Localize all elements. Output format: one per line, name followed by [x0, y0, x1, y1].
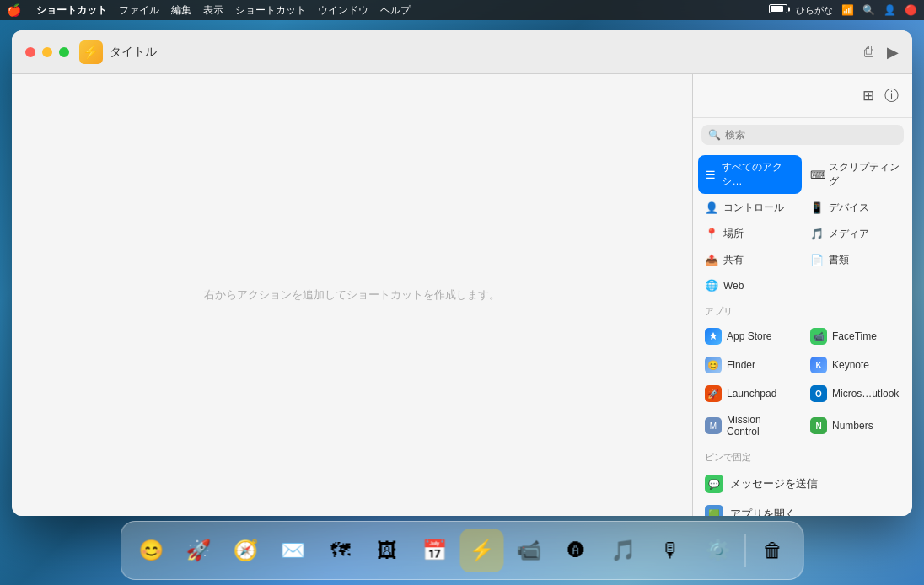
menubar-view[interactable]: 表示 [203, 3, 223, 18]
menubar-wifi-icon[interactable]: 📶 [841, 4, 854, 16]
dock-launchpad[interactable]: 🚀 [177, 529, 221, 572]
media-icon: 🎵 [810, 228, 824, 240]
numbers-label: Numbers [832, 420, 873, 432]
category-location[interactable]: 📍 場所 [698, 222, 802, 246]
run-button[interactable]: ▶ [887, 43, 899, 62]
app-finder[interactable]: 😊 Finder [698, 352, 802, 378]
dock-appstore[interactable]: 🅐 [555, 529, 599, 572]
menubar-app-name[interactable]: ショートカット [36, 3, 107, 18]
location-icon: 📍 [705, 228, 718, 240]
apps-section-label: アプリ [693, 300, 912, 319]
close-button[interactable] [25, 47, 35, 57]
app-microsoft-outlook[interactable]: O Micros…utlook [803, 380, 907, 407]
menubar-help[interactable]: ヘルプ [380, 3, 411, 18]
menubar-file[interactable]: ファイル [119, 3, 159, 18]
app-appstore[interactable]: App Store [698, 323, 802, 350]
minimize-button[interactable] [42, 47, 52, 57]
editor-area[interactable]: 右からアクションを追加してショートカットを作成します。 [12, 74, 692, 516]
menubar-shortcut[interactable]: ショートカット [235, 3, 306, 18]
facetime-icon: 📹 [810, 328, 827, 345]
dock-calendar[interactable]: 📅 [413, 529, 457, 572]
panel-scroll[interactable]: ☰ すべてのアクシ… ⌨ スクリプティング 👤 コントロール 📱 デバイス [693, 152, 912, 516]
menubar-focus-icon[interactable]: 🔴 [905, 4, 917, 16]
category-share[interactable]: 📤 共有 [698, 248, 802, 272]
app-keynote[interactable]: K Keynote [803, 352, 907, 378]
facetime-label: FaceTime [832, 330, 877, 342]
dock-podcasts[interactable]: 🎙 [649, 529, 693, 572]
outlook-label: Micros…utlook [832, 388, 899, 400]
dock-safari[interactable]: 🧭 [224, 529, 268, 572]
menubar: 🍎 ショートカット ファイル 編集 表示 ショートカット ウインドウ ヘルプ ひ… [0, 0, 924, 20]
launchpad-label: Launchpad [727, 388, 776, 400]
content-area: 右からアクションを追加してショートカットを作成します。 ⊞ ⓘ 🔍 [12, 74, 912, 516]
dock: 😊 🚀 🧭 ✉️ 🗺 🖼 📅 ⚡ 📹 🅐 🎵 🎙 ⚙️ 🗑 [121, 521, 804, 580]
category-media-label: メディア [829, 227, 869, 241]
panel-info-icon[interactable]: ⓘ [884, 86, 899, 105]
category-control[interactable]: 👤 コントロール [698, 196, 802, 220]
category-share-label: 共有 [723, 253, 744, 267]
dock-music[interactable]: 🎵 [602, 529, 646, 572]
pinned-list: 💬 メッセージを送信 🟩 アプリを開く 🎵 ミュージックを再生 [693, 465, 912, 516]
outlook-icon: O [810, 385, 827, 402]
app-numbers[interactable]: N Numbers [803, 409, 907, 443]
launchpad-icon: 🚀 [705, 385, 722, 402]
menubar-battery [769, 4, 787, 16]
pinned-send-message[interactable]: 💬 メッセージを送信 [698, 469, 907, 499]
menubar-search-icon[interactable]: 🔍 [862, 4, 875, 16]
category-all-actions-label: すべてのアクシ… [722, 160, 795, 189]
dock-photos[interactable]: 🖼 [366, 529, 410, 572]
menubar-left: 🍎 ショートカット ファイル 編集 表示 ショートカット ウインドウ ヘルプ [7, 3, 411, 18]
category-device[interactable]: 📱 デバイス [803, 196, 907, 220]
control-icon: 👤 [705, 201, 718, 214]
app-facetime[interactable]: 📹 FaceTime [803, 323, 907, 350]
dock-facetime[interactable]: 📹 [508, 529, 551, 572]
scripting-cat-icon: ⌨ [810, 169, 824, 181]
dock-settings[interactable]: ⚙️ [696, 529, 740, 572]
dock-divider [745, 534, 746, 567]
panel-header: ⊞ ⓘ [693, 74, 912, 118]
category-control-label: コントロール [723, 201, 784, 215]
category-scripting-label: スクリプティング [829, 160, 900, 189]
menubar-edit[interactable]: 編集 [171, 3, 191, 18]
category-all-actions[interactable]: ☰ すべてのアクシ… [698, 155, 802, 194]
maximize-button[interactable] [59, 47, 69, 57]
dock-trash[interactable]: 🗑 [751, 529, 795, 572]
apple-menu[interactable]: 🍎 [7, 3, 21, 17]
app-mission-control[interactable]: M Mission Control [698, 409, 802, 443]
mission-control-icon: M [705, 417, 722, 434]
menubar-user-icon[interactable]: 👤 [884, 4, 896, 16]
send-message-icon: 💬 [705, 475, 723, 493]
category-media[interactable]: 🎵 メディア [803, 222, 907, 246]
pinned-open-app[interactable]: 🟩 アプリを開く [698, 499, 907, 516]
dock-mail[interactable]: ✉️ [271, 529, 315, 572]
keynote-label: Keynote [832, 359, 869, 371]
panel-categories-icon[interactable]: ⊞ [862, 87, 874, 105]
send-message-label: メッセージを送信 [730, 476, 818, 491]
dock-maps[interactable]: 🗺 [319, 529, 363, 572]
category-scripting[interactable]: ⌨ スクリプティング [803, 155, 907, 194]
dock-finder[interactable]: 😊 [130, 529, 174, 572]
titlebar: ⚡ タイトル ⎙ ▶ [12, 30, 912, 74]
app-launchpad[interactable]: 🚀 Launchpad [698, 380, 802, 407]
search-wrapper[interactable]: 🔍 [701, 125, 904, 145]
app-icon: ⚡ [79, 40, 103, 64]
keynote-icon: K [810, 357, 827, 373]
menubar-window[interactable]: ウインドウ [318, 3, 368, 18]
dock-shortcuts[interactable]: ⚡ [460, 529, 504, 572]
search-input[interactable] [725, 129, 897, 141]
category-documents-label: 書類 [829, 253, 849, 267]
category-device-label: デバイス [829, 201, 869, 215]
documents-icon: 📄 [810, 254, 824, 266]
open-app-label: アプリを開く [730, 507, 796, 516]
menubar-input-method[interactable]: ひらがな [796, 4, 833, 17]
category-web[interactable]: 🌐 Web [698, 274, 802, 297]
device-icon: 📱 [810, 201, 824, 214]
search-bar: 🔍 [693, 118, 912, 152]
appstore-icon [705, 328, 722, 345]
share-button[interactable]: ⎙ [864, 43, 873, 61]
open-app-icon: 🟩 [705, 505, 723, 516]
window-title: タイトル [110, 45, 157, 60]
category-documents[interactable]: 📄 書類 [803, 248, 907, 272]
right-panel: ⊞ ⓘ 🔍 ☰ すべてのアクシ… [693, 74, 912, 516]
window-controls [25, 47, 69, 57]
